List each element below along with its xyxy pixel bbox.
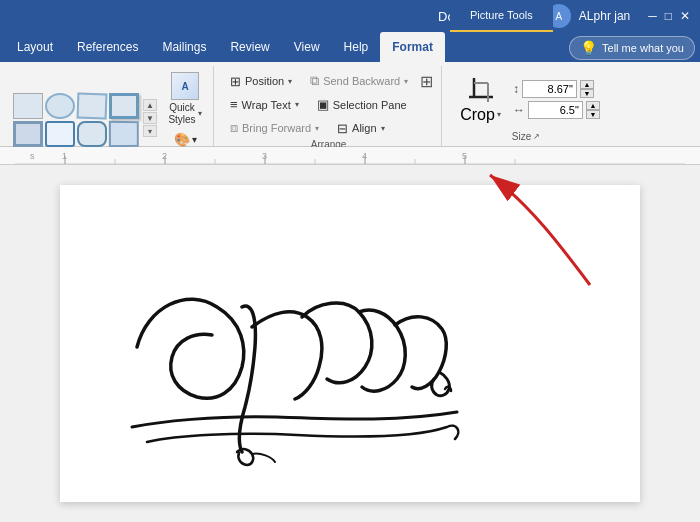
height-row: ↕ ▲ ▼ [513,80,600,98]
svg-text:1: 1 [62,151,67,161]
bring-forward-icon: ⧈ [230,120,238,136]
selection-pane-button[interactable]: ▣ Selection Pane [311,94,413,115]
style-thumb-1[interactable] [13,93,43,119]
svg-text:3: 3 [262,151,267,161]
style-scroll-down[interactable]: ▼ [143,112,157,124]
style-thumb-2[interactable] [45,93,75,119]
bring-forward-button[interactable]: ⧈ Bring Forward ▾ [224,117,325,139]
position-icon: ⊞ [230,74,241,89]
svg-text:4: 4 [362,151,367,161]
tab-view[interactable]: View [282,32,332,62]
quick-styles-label: QuickStyles▾ [168,102,201,126]
style-scroll: ▲ ▼ ▾ [143,99,157,137]
picture-effects-icon: 🎨 [174,132,190,147]
quick-styles-button[interactable]: A QuickStyles▾ [163,68,207,130]
tab-review[interactable]: Review [218,32,281,62]
style-thumb-5[interactable] [13,121,43,147]
crop-icon [467,76,495,104]
tab-layout[interactable]: Layout [5,32,65,62]
style-scroll-more[interactable]: ▾ [143,125,157,137]
document-page [60,185,640,502]
lightbulb-icon: 💡 [580,40,597,56]
svg-text:2: 2 [162,151,167,161]
arrange-content: ⊞ Position ▾ ⧉ Send Backward ▾ ⊞ ≡ Wrap … [224,66,433,139]
style-thumbnails [13,93,139,147]
width-spin-up[interactable]: ▲ [586,101,600,110]
ruler-svg: s 1 2 3 4 5 [15,148,685,164]
ribbon-group-arrange: ⊞ Position ▾ ⧉ Send Backward ▾ ⊞ ≡ Wrap … [216,66,442,146]
picture-tools-label: Picture Tools [470,9,533,21]
style-thumb-3[interactable] [77,92,108,119]
align-button[interactable]: ⊟ Align ▾ [331,118,390,139]
send-backward-icon: ⧉ [310,73,319,89]
bring-forward-label: Bring Forward [242,122,311,134]
crop-button[interactable]: Crop ▾ [452,70,509,130]
width-spinner: ▲ ▼ [586,101,600,119]
close-icon[interactable]: ✕ [680,9,690,23]
tell-me-box[interactable]: 💡 Tell me what you [569,36,695,60]
style-thumb-6[interactable] [45,121,75,147]
style-thumb-4[interactable] [109,93,139,119]
signature-container [77,217,497,471]
size-expand-icon[interactable]: ↗ [533,132,540,141]
position-label: Position [245,75,284,87]
align-dropdown: ▾ [381,124,385,133]
send-backward-label: Send Backward [323,75,400,87]
style-thumb-8[interactable] [109,121,139,147]
height-spin-up[interactable]: ▲ [580,80,594,89]
width-input[interactable] [528,101,583,119]
ribbon-tab-right: 💡 Tell me what you [569,36,695,62]
width-row: ↔ ▲ ▼ [513,101,600,119]
wrap-text-icon: ≡ [230,97,238,112]
signature-svg [77,217,497,467]
ribbon-group-picture-styles: ▲ ▼ ▾ A QuickStyles▾ 🎨 ▾ [5,66,214,146]
tab-references[interactable]: References [65,32,150,62]
width-spin-down[interactable]: ▼ [586,110,600,119]
size-content: Crop ▾ ↕ ▲ ▼ ↔ [452,66,600,131]
style-scroll-up[interactable]: ▲ [143,99,157,111]
quick-styles-icon: A [171,72,199,100]
position-dropdown-arrow: ▾ [288,77,292,86]
height-icon: ↕ [513,82,519,96]
wrap-text-label: Wrap Text [242,99,291,111]
ribbon: ▲ ▼ ▾ A QuickStyles▾ 🎨 ▾ [0,62,700,147]
ribbon-tabs: Layout References Mailings Review View H… [0,32,700,62]
size-inputs: ↕ ▲ ▼ ↔ ▲ ▼ [513,80,600,119]
svg-text:5: 5 [462,151,467,161]
bring-forward-dropdown: ▾ [315,124,319,133]
group-icon[interactable]: ⊞ [420,72,433,91]
title-bar-right: A ALphr jan ─ □ ✕ [547,4,690,28]
wrap-text-dropdown: ▾ [295,100,299,109]
send-backward-dropdown: ▾ [404,77,408,86]
svg-text:s: s [30,151,35,161]
user-name: ALphr jan [579,9,630,23]
tab-help[interactable]: Help [332,32,381,62]
height-spin-down[interactable]: ▼ [580,89,594,98]
selection-pane-icon: ▣ [317,97,329,112]
ribbon-group-size: Crop ▾ ↕ ▲ ▼ ↔ [444,66,608,146]
wrap-text-button[interactable]: ≡ Wrap Text ▾ [224,94,305,115]
position-button[interactable]: ⊞ Position ▾ [224,71,298,92]
height-input[interactable] [522,80,577,98]
tab-mailings[interactable]: Mailings [150,32,218,62]
tab-format[interactable]: Format [380,32,445,62]
selection-pane-label: Selection Pane [333,99,407,111]
svg-rect-0 [467,76,495,104]
crop-label: Crop ▾ [460,106,501,124]
align-label: Align [352,122,376,134]
title-bar: Document1 - Word Picture Tools A ALphr j… [0,0,700,32]
maximize-icon[interactable]: □ [665,9,672,23]
tell-me-text: Tell me what you [602,42,684,54]
ruler: s 1 2 3 4 5 [0,147,700,165]
height-spinner: ▲ ▼ [580,80,594,98]
size-group-label: Size ↗ [512,131,540,144]
style-thumb-7[interactable] [77,121,107,147]
align-icon: ⊟ [337,121,348,136]
document-area [0,165,700,522]
width-icon: ↔ [513,103,525,117]
minimize-icon[interactable]: ─ [648,9,657,23]
send-backward-button[interactable]: ⧉ Send Backward ▾ [304,70,414,92]
